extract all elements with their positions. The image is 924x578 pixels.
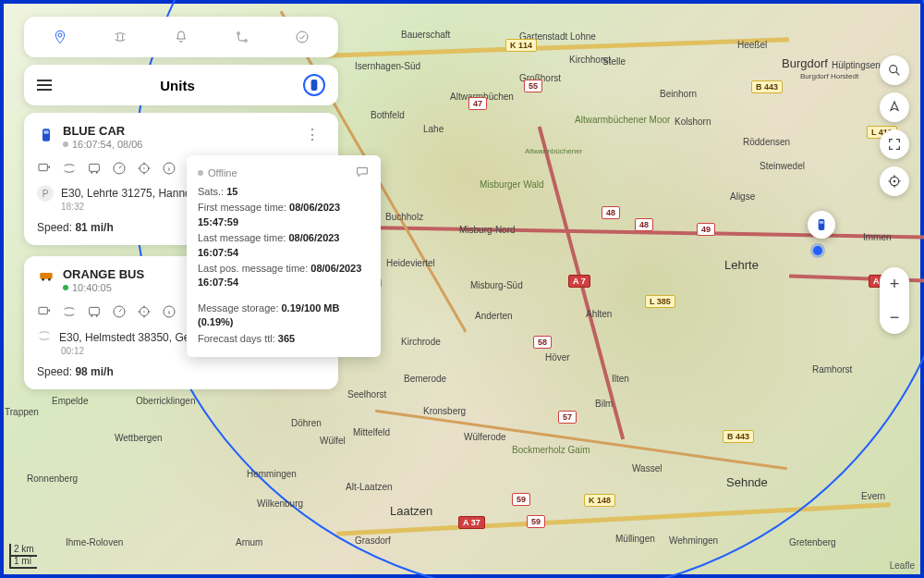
- drone-icon[interactable]: [62, 304, 77, 319]
- filter-badge[interactable]: [303, 74, 325, 96]
- vehicle-icon: [37, 124, 55, 146]
- command-icon[interactable]: [37, 161, 52, 176]
- svg-rect-6: [43, 129, 50, 141]
- svg-point-20: [48, 278, 51, 281]
- drone-icon[interactable]: [62, 161, 77, 176]
- svg-point-34: [890, 66, 897, 73]
- svg-point-19: [42, 278, 44, 281]
- bus-icon[interactable]: [87, 161, 102, 176]
- road-shield: 59: [527, 515, 545, 528]
- status-indicator: [63, 285, 68, 290]
- chat-icon[interactable]: [355, 165, 370, 181]
- road-shield: 49: [697, 223, 715, 236]
- status-indicator: [63, 141, 68, 147]
- road-shield: 48: [602, 206, 620, 219]
- list-header: Units: [24, 65, 338, 105]
- svg-rect-18: [40, 273, 52, 279]
- info-icon[interactable]: [162, 304, 176, 319]
- locate-icon[interactable]: [137, 304, 152, 319]
- road-shield: B 443: [751, 80, 783, 93]
- svg-point-10: [91, 172, 92, 174]
- status-indicator: [198, 170, 203, 176]
- page-title: Units: [52, 78, 303, 93]
- info-icon[interactable]: [162, 161, 176, 176]
- svg-point-24: [96, 315, 98, 317]
- svg-rect-9: [90, 164, 100, 171]
- road-shield: A 37: [458, 516, 485, 529]
- svg-point-27: [143, 311, 144, 312]
- svg-point-3: [244, 40, 247, 43]
- speed-label: Speed:: [37, 365, 72, 378]
- svg-rect-8: [39, 164, 47, 170]
- trip-icon: [37, 328, 52, 346]
- tab-drone[interactable]: [91, 26, 152, 48]
- road-shield: 47: [468, 97, 487, 110]
- svg-point-36: [894, 180, 896, 183]
- tab-status[interactable]: [272, 26, 333, 48]
- locate-icon[interactable]: [137, 161, 152, 176]
- menu-button[interactable]: [37, 80, 52, 91]
- location-text: E30, Lehrte 31275, Hannover: [61, 187, 206, 200]
- svg-rect-21: [39, 307, 47, 314]
- speed-value: 98 mi/h: [75, 365, 113, 378]
- road-shield: B 443: [723, 430, 754, 443]
- svg-point-11: [96, 172, 98, 174]
- tab-notifications[interactable]: [151, 26, 212, 48]
- road-shield: K 148: [584, 494, 615, 507]
- speedometer-icon[interactable]: [112, 304, 127, 319]
- unit-tooltip: Offline Sats.: 15 First message time: 08…: [187, 155, 381, 357]
- zoom-out-button[interactable]: −: [880, 301, 909, 334]
- position-dot: [813, 246, 822, 255]
- svg-rect-1: [820, 221, 824, 224]
- speed-value: 81 mi/h: [75, 221, 113, 234]
- vehicle-icon: [37, 267, 55, 289]
- map-attribution: Leafle: [890, 560, 915, 571]
- locate-me-button[interactable]: [880, 166, 909, 196]
- unit-name: BLUE CAR: [63, 124, 292, 138]
- card-more-button[interactable]: ⋮: [299, 124, 325, 145]
- road-shield: 55: [524, 80, 542, 92]
- svg-rect-7: [43, 130, 48, 133]
- road-shield: 58: [533, 336, 552, 349]
- command-icon[interactable]: [37, 304, 52, 319]
- road-shield: 59: [512, 493, 530, 506]
- road-shield: K 114: [505, 39, 537, 52]
- zoom-in-button[interactable]: +: [880, 267, 909, 301]
- unit-timestamp: 16:07:54, 08/06: [72, 139, 142, 150]
- tab-route[interactable]: [212, 26, 273, 48]
- map-scale: 2 km 1 mi: [9, 545, 37, 569]
- search-button[interactable]: [880, 55, 909, 85]
- unit-marker-blue-car[interactable]: [808, 211, 835, 239]
- bus-icon[interactable]: [87, 304, 102, 319]
- parking-badge: P: [37, 185, 54, 202]
- svg-point-2: [237, 32, 239, 35]
- road-shield: A 7: [568, 275, 590, 288]
- zoom-control: + −: [880, 267, 909, 334]
- road-shield: L 385: [645, 295, 675, 308]
- tooltip-status: Offline: [208, 167, 237, 178]
- svg-point-23: [91, 315, 92, 317]
- mode-tabbar: [24, 17, 338, 57]
- speed-label: Speed:: [37, 221, 72, 234]
- speedometer-icon[interactable]: [112, 161, 127, 176]
- compass-button[interactable]: [880, 92, 909, 122]
- svg-rect-5: [311, 80, 318, 91]
- svg-rect-22: [90, 307, 100, 314]
- unit-timestamp: 10:40:05: [72, 282, 112, 293]
- fullscreen-button[interactable]: [880, 129, 909, 159]
- svg-point-4: [297, 31, 308, 43]
- road-shield: 48: [635, 218, 653, 231]
- road-shield: 57: [558, 411, 577, 424]
- svg-point-14: [143, 167, 144, 168]
- tab-map-pin[interactable]: [30, 26, 91, 48]
- svg-rect-0: [819, 219, 825, 230]
